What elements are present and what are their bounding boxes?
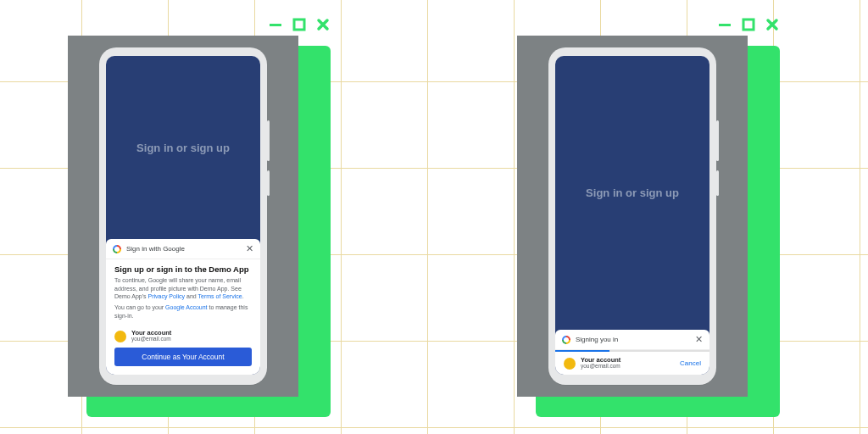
close-icon[interactable] [315, 17, 331, 32]
avatar [564, 358, 576, 370]
sheet-description-2: You can go to your Google Account to man… [114, 303, 252, 320]
sheet-body: Sign up or sign in to the Demo App To co… [106, 259, 260, 326]
terms-of-service-link[interactable]: Terms of Service [198, 293, 242, 299]
sheet-title: Sign up or sign in to the Demo App [114, 264, 252, 274]
window-controls [717, 17, 780, 32]
cancel-button[interactable]: Cancel [680, 359, 701, 367]
phone-frame: Sign in or sign up Sign in with Google ✕… [99, 47, 267, 385]
account-email: you@email.com [581, 364, 620, 370]
window-controls [268, 17, 331, 32]
app-hero: Sign in or sign up [106, 56, 260, 239]
auth-bottom-sheet: Signing you in ✕ Your account you@email.… [555, 330, 709, 375]
svg-rect-0 [270, 24, 281, 26]
desc-and: and [185, 293, 198, 299]
continue-button[interactable]: Continue as Your Account [114, 348, 252, 366]
desc-post: . [242, 293, 244, 299]
example-right: Sign in or sign up Signing you in ✕ [517, 17, 780, 417]
phone-frame: Sign in or sign up Signing you in ✕ [548, 47, 716, 385]
sheet-description: To continue, Google will share your name… [114, 276, 252, 300]
desc2-pre: You can go to your [114, 304, 165, 310]
svg-rect-2 [719, 24, 731, 26]
google-logo-icon [113, 245, 121, 253]
hero-text: Sign in or sign up [586, 186, 679, 199]
auth-bottom-sheet: Sign in with Google ✕ Sign up or sign in… [106, 239, 260, 375]
app-hero: Sign in or sign up [555, 56, 709, 330]
privacy-policy-link[interactable]: Privacy Policy [147, 293, 185, 299]
progress-fill [555, 350, 609, 352]
account-text: Your account you@email.com [131, 330, 171, 342]
maximize-icon[interactable] [292, 17, 307, 32]
maximize-icon[interactable] [741, 17, 756, 32]
sheet-header-title: Sign in with Google [126, 245, 246, 253]
phone-screen: Sign in or sign up Sign in with Google ✕… [106, 56, 260, 375]
google-logo-icon [562, 336, 570, 344]
sheet-close-button[interactable]: ✕ [246, 244, 253, 253]
sheet-header: Signing you in ✕ [555, 330, 709, 350]
svg-rect-3 [743, 19, 754, 30]
account-email: you@email.com [131, 337, 171, 342]
example-left: Sign in or sign up Sign in with Google ✕… [68, 17, 331, 417]
svg-rect-1 [294, 19, 304, 30]
minimize-icon[interactable] [268, 17, 283, 32]
device-backdrop: Sign in or sign up Sign in with Google ✕… [68, 36, 298, 397]
account-row: Your account you@email.com Cancel [555, 352, 709, 375]
cta-wrap: Continue as Your Account [106, 348, 260, 375]
google-account-link[interactable]: Google Account [165, 304, 207, 310]
account-text: Your account you@email.com [581, 357, 620, 370]
device-backdrop: Sign in or sign up Signing you in ✕ [517, 36, 748, 397]
progress-bar [555, 350, 709, 352]
sheet-header: Sign in with Google ✕ [106, 239, 260, 259]
minimize-icon[interactable] [717, 17, 732, 32]
phone-screen: Sign in or sign up Signing you in ✕ [555, 56, 709, 375]
sheet-close-button[interactable]: ✕ [695, 335, 703, 344]
account-row[interactable]: Your account you@email.com [106, 326, 260, 348]
hero-text: Sign in or sign up [136, 142, 230, 154]
close-icon[interactable] [765, 17, 780, 32]
sheet-header-title: Signing you in [576, 336, 695, 343]
avatar [114, 331, 126, 342]
